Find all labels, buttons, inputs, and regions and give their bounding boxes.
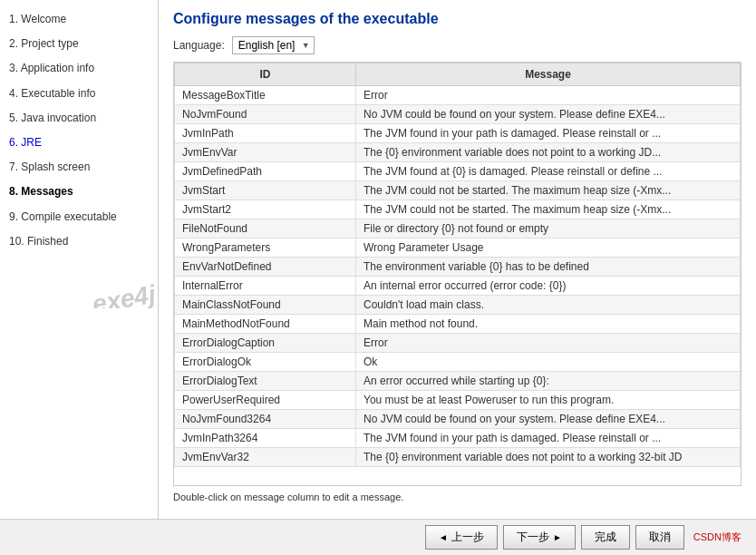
sidebar-item-compile-executable[interactable]: 9. Compile executable — [0, 205, 158, 229]
table-row[interactable]: FileNotFoundFile or directory {0} not fo… — [175, 219, 741, 239]
table-row[interactable]: JvmStartThe JVM could not be started. Th… — [175, 181, 741, 200]
cell-message[interactable]: An error occurred while starting up {0}: — [356, 372, 741, 391]
sidebar-item-welcome[interactable]: 1. Welcome — [0, 7, 158, 32]
finish-label: 完成 — [595, 530, 616, 545]
prev-label: 上一步 — [451, 530, 484, 545]
table-row[interactable]: JvmEnvVarThe {0} environment variable do… — [175, 143, 741, 162]
cell-id: NoJvmFound3264 — [175, 410, 356, 429]
cell-message[interactable]: No JVM could be found on your system. Pl… — [356, 105, 741, 124]
col-header-id: ID — [175, 63, 356, 86]
table-row[interactable]: JvmInPath3264The JVM found in your path … — [175, 429, 741, 448]
cell-message[interactable]: An internal error occurred (error code: … — [356, 277, 741, 296]
cell-message[interactable]: Main method not found. — [356, 315, 741, 334]
cell-id: JvmEnvVar — [175, 143, 356, 162]
cell-id: PowerUserRequired — [175, 391, 356, 410]
cell-message[interactable]: The {0} environment variable does not po… — [356, 448, 741, 467]
page-title: Configure messages of the executable — [173, 11, 741, 27]
hint-text: Double-click on message column to edit a… — [173, 492, 741, 502]
cell-id: JvmStart — [175, 181, 356, 200]
cell-message[interactable]: Wrong Parameter Usage — [356, 239, 741, 258]
cell-id: FileNotFound — [175, 219, 356, 239]
cell-id: JvmInPath3264 — [175, 429, 356, 448]
table-row[interactable]: NoJvmFoundNo JVM could be found on your … — [175, 105, 741, 124]
next-label: 下一步 — [517, 530, 549, 545]
table-row[interactable]: JvmEnvVar32The {0} environment variable … — [175, 448, 741, 467]
cell-id: ErrorDialogCaption — [175, 334, 356, 353]
cell-id: InternalError — [175, 277, 356, 296]
cell-message[interactable]: The JVM found at {0} is damaged. Please … — [356, 162, 741, 181]
cell-message[interactable]: Error — [356, 334, 741, 353]
language-select[interactable]: English [en] — [232, 36, 315, 54]
cell-id: JvmInPath — [175, 124, 356, 143]
sidebar-item-jre[interactable]: 6. JRE — [0, 131, 158, 155]
cell-id: ErrorDialogOk — [175, 353, 356, 372]
language-label: Language: — [173, 39, 225, 52]
watermark: exe4j — [90, 279, 158, 308]
cell-message[interactable]: You must be at least Poweruser to run th… — [356, 391, 741, 410]
sidebar-item-executable-info[interactable]: 4. Executable info — [0, 82, 158, 106]
cell-message[interactable]: No JVM could be found on your system. Pl… — [356, 410, 741, 429]
sidebar-item-messages[interactable]: 8. Messages — [0, 180, 158, 204]
sidebar: 1. Welcome2. Project type3. Application … — [0, 0, 159, 519]
table-row[interactable]: MainMethodNotFoundMain method not found. — [175, 315, 741, 334]
content-area: Configure messages of the executable Lan… — [159, 0, 756, 519]
finish-button[interactable]: 完成 — [581, 525, 630, 550]
cell-id: EnvVarNotDefined — [175, 258, 356, 277]
table-row[interactable]: EnvVarNotDefinedThe environment variable… — [175, 258, 741, 277]
sidebar-item-splash-screen[interactable]: 7. Splash screen — [0, 155, 158, 180]
cell-message[interactable]: The JVM found in your path is damaged. P… — [356, 429, 741, 448]
table-row[interactable]: ErrorDialogTextAn error occurred while s… — [175, 372, 741, 391]
table-row[interactable]: MainClassNotFoundCouldn't load main clas… — [175, 296, 741, 315]
cell-id: JvmEnvVar32 — [175, 448, 356, 467]
table-row[interactable]: PowerUserRequiredYou must be at least Po… — [175, 391, 741, 410]
col-header-message: Message — [356, 63, 741, 86]
table-row[interactable]: MessageBoxTitleError — [175, 86, 741, 105]
table-row[interactable]: WrongParametersWrong Parameter Usage — [175, 239, 741, 258]
language-row: Language: English [en] — [173, 36, 741, 54]
cell-message[interactable]: File or directory {0} not found or empty — [356, 219, 741, 239]
cell-id: JvmDefinedPath — [175, 162, 356, 181]
footer-watermark: CSDN博客 — [693, 531, 741, 544]
sidebar-bottom: exe4j — [0, 254, 158, 308]
table-row[interactable]: ErrorDialogCaptionError — [175, 334, 741, 353]
sidebar-item-project-type[interactable]: 2. Project type — [0, 32, 158, 56]
language-select-wrapper[interactable]: English [en] — [232, 36, 315, 54]
footer: 上一步 下一步 完成 取消 CSDN博客 — [0, 519, 756, 555]
table-row[interactable]: NoJvmFound3264No JVM could be found on y… — [175, 410, 741, 429]
table-row[interactable]: InternalErrorAn internal error occurred … — [175, 277, 741, 296]
messages-table-container[interactable]: ID Message MessageBoxTitleErrorNoJvmFoun… — [173, 62, 741, 486]
prev-button[interactable]: 上一步 — [425, 525, 498, 550]
cell-message[interactable]: The JVM found in your path is damaged. P… — [356, 124, 741, 143]
cell-message[interactable]: Ok — [356, 353, 741, 372]
sidebar-item-finished[interactable]: 10. Finished — [0, 229, 158, 254]
table-row[interactable]: JvmStart2The JVM could not be started. T… — [175, 200, 741, 219]
next-button[interactable]: 下一步 — [503, 525, 576, 550]
cell-message[interactable]: The JVM could not be started. The maximu… — [356, 200, 741, 219]
cancel-label: 取消 — [649, 530, 671, 545]
cell-id: ErrorDialogText — [175, 372, 356, 391]
table-row[interactable]: JvmInPathThe JVM found in your path is d… — [175, 124, 741, 143]
cell-message[interactable]: Couldn't load main class. — [356, 296, 741, 315]
cell-id: JvmStart2 — [175, 200, 356, 219]
table-row[interactable]: ErrorDialogOkOk — [175, 353, 741, 372]
cell-id: MessageBoxTitle — [175, 86, 356, 105]
cell-id: MainMethodNotFound — [175, 315, 356, 334]
cell-id: WrongParameters — [175, 239, 356, 258]
table-row[interactable]: JvmDefinedPathThe JVM found at {0} is da… — [175, 162, 741, 181]
cancel-button[interactable]: 取消 — [635, 525, 684, 550]
cell-message[interactable]: The environment variable {0} has to be d… — [356, 258, 741, 277]
cell-id: MainClassNotFound — [175, 296, 356, 315]
messages-table: ID Message MessageBoxTitleErrorNoJvmFoun… — [174, 63, 741, 467]
cell-message[interactable]: Error — [356, 86, 741, 105]
sidebar-item-application-info[interactable]: 3. Application info — [0, 56, 158, 81]
cell-message[interactable]: The JVM could not be started. The maximu… — [356, 181, 741, 200]
cell-message[interactable]: The {0} environment variable does not po… — [356, 143, 741, 162]
cell-id: NoJvmFound — [175, 105, 356, 124]
sidebar-item-java-invocation[interactable]: 5. Java invocation — [0, 106, 158, 131]
